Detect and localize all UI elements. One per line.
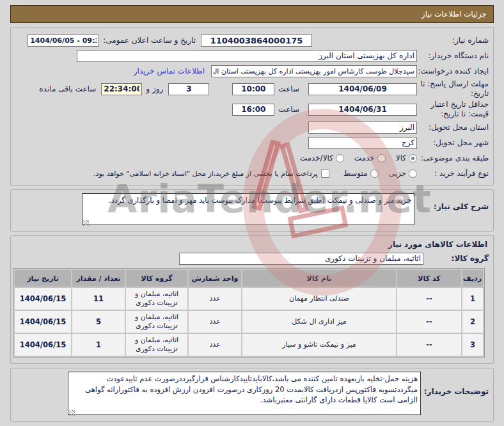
need-number-label: شماره نیاز: (417, 36, 489, 45)
goods-group-input[interactable] (179, 253, 423, 265)
radio-goods-service[interactable] (336, 154, 344, 162)
table-cell: 1404/06/15 (15, 311, 71, 333)
remaining-days-input[interactable] (168, 83, 209, 95)
announce-label: تاریخ و ساعت اعلان عمومی: (103, 36, 196, 45)
table-header-cell: واحد شمارش (189, 270, 241, 287)
goods-table-body: 1--صندلی انتظار مهمانعدداثاثیه، مبلمان و… (15, 288, 483, 356)
deadline-label: مهلت ارسال پاسخ: تا تاریخ: (417, 79, 489, 99)
table-header-cell: ردیف (462, 270, 483, 287)
province-row: استان محل تحویل: (15, 120, 489, 134)
creator-label: ایجاد کننده درخواست: (417, 67, 489, 76)
goods-group-label: گروه کالا: (434, 254, 489, 264)
table-cell: اثاثیه، مبلمان و تزیینات دکوری (126, 311, 187, 333)
purchase-process-label: نوع فرآیند خرید : (417, 169, 489, 178)
table-cell: 1 (72, 334, 125, 356)
treasury-note: پرداخت تمام یا بخشی از مبلغ خرید،از محل … (93, 170, 318, 178)
table-cell: عدد (189, 334, 241, 356)
deadline-hour-label: ساعت (278, 84, 299, 93)
table-header-cell: نام کالا (242, 270, 396, 287)
buyer-notes-panel: توضیحات خریدار: هزینه حمل-تخلیه باربعهده… (10, 368, 494, 422)
goods-table: ردیفکد کالانام کالاواحد شمارشگروه کالاتع… (13, 268, 485, 358)
remaining-time-input[interactable] (101, 83, 142, 95)
goods-group-row: گروه کالا: (15, 251, 489, 265)
table-cell: 1 (462, 288, 483, 310)
need-info-panel: شماره نیاز: تاریخ و ساعت اعلان عمومی: نا… (10, 27, 494, 185)
table-cell: عدد (189, 311, 241, 333)
resize-handle-icon (83, 220, 89, 226)
province-input[interactable] (308, 122, 417, 134)
response-deadline-row: مهلت ارسال پاسخ: تا تاریخ: ساعت روز و سا… (15, 79, 489, 99)
goods-panel: اطلاعات کالاهای مورد نیاز گروه کالا: ردی… (10, 235, 494, 364)
city-label: شهر محل تحویل: (417, 138, 489, 148)
price-validity-date-input[interactable] (308, 104, 417, 116)
city-row: شهر محل تحویل: (15, 136, 489, 150)
table-cell: صندلی انتظار مهمان (242, 288, 396, 310)
radio-medium-label: متوسط (343, 169, 368, 178)
purchase-process-row: نوع فرآیند خرید : جزیی متوسط پرداخت تمام… (15, 166, 489, 180)
subject-class-row: طبقه بندی موضوعی: کالا خدمت کالا/خدمت (15, 151, 489, 165)
price-validity-row: حداقل تاریخ اعتبار قیمت: تا تاریخ: ساعت (15, 100, 489, 119)
table-cell: 11 (72, 288, 125, 310)
need-description-panel: شرح کلی نیاز: خرید میز و صندلی و نیمکت (… (10, 189, 494, 232)
radio-service-label: خدمت (354, 154, 375, 162)
need-number-input[interactable] (201, 35, 312, 47)
table-row: 1--صندلی انتظار مهمانعدداثاثیه، مبلمان و… (15, 288, 483, 310)
table-cell: عدد (189, 288, 241, 310)
city-input[interactable] (308, 137, 417, 149)
buyer-org-label: نام دستگاه خریدار: (417, 51, 489, 61)
table-row: 2--میز اداری ال شکلعدداثاثیه، مبلمان و ت… (15, 311, 483, 333)
deadline-date-input[interactable] (308, 83, 417, 95)
resize-handle-icon (69, 410, 75, 416)
table-cell: اثاثیه، مبلمان و تزیینات دکوری (126, 334, 187, 356)
buyer-notes-textarea[interactable]: هزینه حمل-تخلیه باربعهده تامین کننده می … (68, 372, 421, 415)
buyer-contact-link[interactable]: اطلاعات تماس خریدار (134, 67, 205, 75)
treasury-checkbox[interactable] (321, 170, 329, 178)
radio-partial[interactable] (409, 170, 417, 178)
subject-class-label: طبقه بندی موضوعی: (417, 154, 489, 163)
announce-datetime-input[interactable] (28, 35, 99, 47)
table-header-cell: تعداد / مقدار (72, 270, 125, 287)
table-cell: 3 (462, 334, 483, 356)
goods-section-heading: اطلاعات کالاهای مورد نیاز (15, 240, 487, 249)
radio-goods-service-label: کالا/خدمت (300, 154, 333, 162)
page-title: جزئیات اطلاعات نیاز (10, 5, 494, 23)
buyer-notes-label: توضیحات خریدار: (422, 387, 489, 397)
table-cell: 2 (462, 311, 483, 333)
deadline-hour-input[interactable] (232, 83, 274, 95)
table-cell: 5 (72, 311, 125, 333)
table-header-cell: کد کالا (397, 270, 461, 287)
buyer-org-row: نام دستگاه خریدار: (15, 49, 489, 63)
table-cell: -- (397, 288, 461, 310)
table-cell: 1404/06/15 (15, 334, 71, 356)
price-validity-label: حداقل تاریخ اعتبار قیمت: تا تاریخ: (417, 100, 489, 119)
table-header-cell: گروه کالا (126, 270, 187, 287)
table-row: 3--میز و نیمکت تاشو و سیارعدداثاثیه، مبل… (15, 334, 483, 356)
radio-partial-label: جزیی (389, 169, 406, 178)
province-label: استان محل تحویل: (417, 123, 489, 132)
radio-service[interactable] (377, 154, 386, 162)
need-details-page: جزئیات اطلاعات نیاز شماره نیاز: تاریخ و … (0, 0, 504, 426)
need-number-row: شماره نیاز: تاریخ و ساعت اعلان عمومی: (15, 33, 489, 47)
goods-table-header-row: ردیفکد کالانام کالاواحد شمارشگروه کالاتع… (15, 270, 483, 287)
table-cell: -- (397, 311, 461, 333)
table-header-cell: تاریخ نیاز (15, 270, 71, 287)
remaining-label: ساعت باقی مانده (39, 84, 96, 93)
buyer-org-input[interactable] (77, 50, 417, 62)
table-cell: میز اداری ال شکل (242, 311, 396, 333)
need-description-label: شرح کلی نیاز: (431, 202, 489, 212)
table-cell: اثاثیه، مبلمان و تزیینات دکوری (126, 288, 187, 310)
table-cell: -- (397, 334, 461, 356)
table-cell: میز و نیمکت تاشو و سیار (242, 334, 396, 356)
creator-input[interactable] (211, 65, 417, 77)
price-validity-hour-input[interactable] (232, 104, 274, 116)
radio-goods-label: کالا (396, 154, 406, 162)
table-cell: 1404/06/15 (15, 288, 71, 310)
radio-medium[interactable] (370, 170, 379, 178)
need-description-textarea[interactable]: خرید میز و صندلی و نیمکت (طبق شرایط پیوس… (82, 193, 414, 225)
radio-goods[interactable] (409, 154, 417, 162)
creator-row: ایجاد کننده درخواست: اطلاعات تماس خریدار (15, 64, 489, 78)
price-validity-hour-label: ساعت (278, 105, 299, 114)
days-label: روز و (146, 84, 163, 93)
